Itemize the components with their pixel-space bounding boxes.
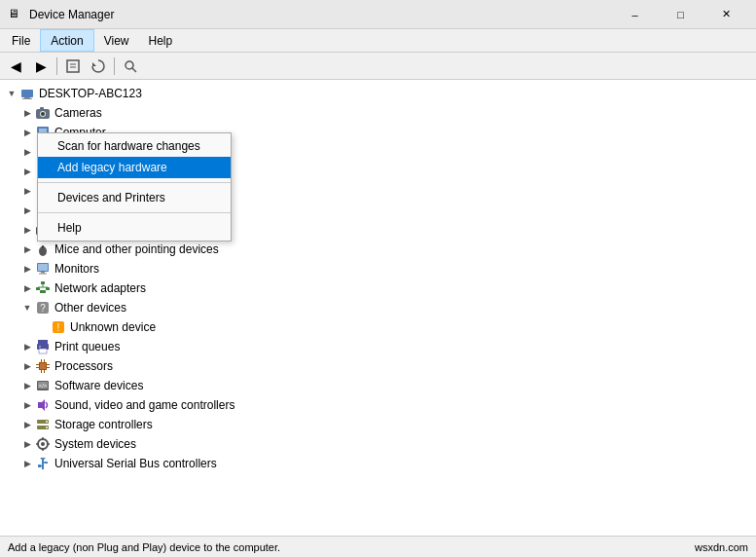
- cameras-label: Cameras: [54, 106, 102, 120]
- svg-rect-59: [39, 346, 41, 348]
- svg-rect-58: [39, 349, 47, 353]
- sound-icon: [35, 397, 51, 413]
- close-button[interactable]: ✕: [704, 0, 748, 29]
- display-expand[interactable]: ▶: [19, 164, 35, 179]
- network-label: Network adapters: [54, 281, 146, 295]
- sound-expand[interactable]: ▶: [19, 397, 35, 413]
- tree-item-mice[interactable]: ▶ Mice and other pointing devices: [0, 240, 756, 259]
- tree-item-monitors[interactable]: ▶ Monitors: [0, 259, 756, 278]
- storage-expand[interactable]: ▶: [19, 417, 35, 432]
- processors-expand[interactable]: ▶: [19, 358, 35, 374]
- ide-expand[interactable]: ▶: [19, 203, 35, 218]
- monitors-expand[interactable]: ▶: [19, 261, 35, 277]
- menu-devices-printers[interactable]: Devices and Printers: [38, 187, 231, 208]
- svg-rect-51: [40, 290, 46, 293]
- svg-marker-73: [38, 399, 45, 411]
- dropdown-separator-2: [38, 212, 231, 213]
- tree-root[interactable]: ▼ DESKTOP-ABC123: [0, 84, 756, 103]
- tree-item-unknown[interactable]: ▶ ! Unknown device: [0, 317, 756, 337]
- svg-rect-45: [41, 281, 45, 284]
- svg-text:</>: </>: [39, 383, 48, 389]
- tree-item-software[interactable]: ▶ </> Software devices: [0, 376, 756, 395]
- menu-add-legacy[interactable]: Add legacy hardware: [38, 157, 231, 178]
- svg-rect-65: [44, 370, 45, 373]
- menu-help[interactable]: Help: [139, 29, 183, 52]
- svg-rect-68: [47, 364, 50, 365]
- toolbar-separator-2: [114, 57, 115, 75]
- tree-item-system[interactable]: ▶ System devices: [0, 434, 756, 454]
- computer-expand[interactable]: ▶: [19, 125, 35, 140]
- update-button[interactable]: [87, 56, 110, 77]
- svg-line-5: [132, 68, 136, 72]
- print-expand[interactable]: ▶: [19, 339, 35, 354]
- window-title: Device Manager: [29, 8, 114, 21]
- tree-item-network[interactable]: ▶ Network adapters: [0, 278, 756, 298]
- software-expand[interactable]: ▶: [19, 378, 35, 393]
- main-content[interactable]: Scan for hardware changes Add legacy har…: [0, 80, 756, 536]
- svg-marker-3: [92, 62, 96, 66]
- forward-button[interactable]: ▶: [29, 56, 53, 77]
- menu-action[interactable]: Action: [40, 29, 93, 52]
- properties-button[interactable]: [61, 56, 85, 77]
- svg-rect-69: [47, 367, 50, 368]
- mice-label: Mice and other pointing devices: [54, 242, 219, 256]
- svg-point-4: [126, 61, 133, 69]
- scan-button[interactable]: [119, 56, 142, 77]
- tree-item-cameras[interactable]: ▶ Cameras: [0, 103, 756, 123]
- tree-item-other[interactable]: ▼ ? Other devices: [0, 298, 756, 317]
- svg-rect-66: [36, 364, 39, 365]
- svg-rect-67: [36, 367, 39, 368]
- toolbar: ◀ ▶: [0, 53, 756, 80]
- svg-text:?: ?: [40, 303, 46, 314]
- root-icon: [19, 86, 35, 101]
- cameras-expand[interactable]: ▶: [19, 105, 35, 121]
- status-bar: Add a legacy (non Plug and Play) device …: [0, 536, 756, 557]
- tree-item-processors[interactable]: ▶ Processors: [0, 356, 756, 376]
- minimize-button[interactable]: –: [613, 0, 657, 29]
- svg-rect-44: [39, 274, 47, 275]
- mice-expand[interactable]: ▶: [19, 241, 35, 257]
- svg-rect-43: [41, 272, 45, 274]
- system-expand[interactable]: ▶: [19, 436, 35, 452]
- properties-icon: [65, 58, 81, 74]
- network-icon: [35, 280, 51, 296]
- action-dropdown-menu: Scan for hardware changes Add legacy har…: [37, 132, 232, 241]
- network-expand[interactable]: ▶: [19, 280, 35, 296]
- svg-rect-64: [41, 370, 42, 373]
- svg-point-76: [46, 421, 48, 423]
- tree-item-usb[interactable]: ▶ Universal Serial Bus controllers: [0, 454, 756, 473]
- usb-icon: [35, 456, 51, 471]
- mice-icon: [35, 241, 51, 257]
- usb-expand[interactable]: ▶: [19, 456, 35, 471]
- menu-scan-hardware[interactable]: Scan for hardware changes: [38, 135, 231, 157]
- disk-expand[interactable]: ▶: [19, 144, 35, 160]
- scan-icon: [123, 58, 138, 74]
- menu-action-help[interactable]: Help: [38, 217, 231, 239]
- svg-point-79: [41, 442, 45, 446]
- keyboard-expand[interactable]: ▶: [19, 222, 35, 238]
- other-icon: ?: [35, 300, 51, 316]
- app-icon: 🖥: [8, 7, 23, 22]
- hid-expand[interactable]: ▶: [19, 183, 35, 199]
- svg-rect-61: [40, 363, 46, 369]
- svg-marker-85: [40, 458, 46, 461]
- svg-rect-39: [42, 245, 44, 249]
- update-icon: [90, 58, 106, 74]
- status-text: Add a legacy (non Plug and Play) device …: [8, 541, 280, 553]
- back-button[interactable]: ◀: [4, 56, 27, 77]
- tree-item-storage[interactable]: ▶ Storage controllers: [0, 415, 756, 434]
- tree-item-sound[interactable]: ▶ Sound, video and game controllers: [0, 395, 756, 415]
- other-expand[interactable]: ▼: [19, 300, 35, 316]
- menu-view[interactable]: View: [94, 29, 139, 52]
- monitors-label: Monitors: [54, 262, 99, 276]
- root-expand[interactable]: ▼: [4, 86, 19, 101]
- tree-item-print[interactable]: ▶ Print queues: [0, 337, 756, 356]
- menu-bar: File Action View Help: [0, 29, 756, 53]
- usb-label: Universal Serial Bus controllers: [54, 457, 217, 470]
- maximize-button[interactable]: □: [659, 0, 702, 29]
- svg-point-77: [46, 427, 48, 428]
- menu-file[interactable]: File: [2, 29, 40, 52]
- root-label: DESKTOP-ABC123: [39, 87, 142, 100]
- unknown-label: Unknown device: [70, 320, 156, 334]
- svg-rect-12: [40, 107, 44, 110]
